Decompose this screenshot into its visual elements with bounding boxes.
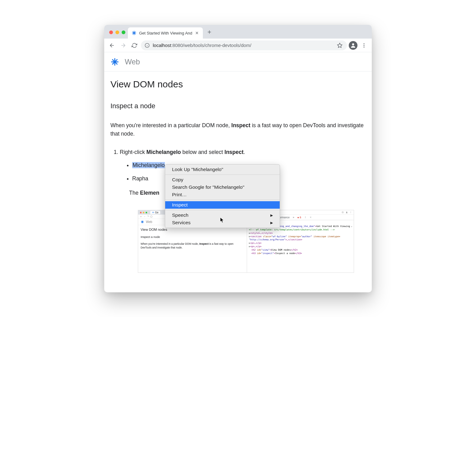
nested-close-button <box>140 212 142 213</box>
chevron-right-icon: ▶ <box>270 213 273 217</box>
cursor-icon <box>220 217 225 223</box>
context-item-copy[interactable]: Copy <box>165 176 280 183</box>
maximize-window-button[interactable] <box>122 30 125 34</box>
svg-point-9 <box>351 211 351 212</box>
svg-marker-1 <box>338 43 342 47</box>
nested-site-name: Web <box>146 220 152 224</box>
site-header: Web <box>104 52 372 72</box>
devtools-more: » <box>293 216 294 219</box>
tab-bar: Get Started With Viewing And <box>104 25 372 39</box>
url-text: localhost:8080/web/tools/chrome-devtools… <box>153 43 334 48</box>
url-host: localhost <box>153 43 171 48</box>
nested-subheading: Inspect a node <box>141 235 244 239</box>
browser-tab[interactable]: Get Started With Viewing And <box>128 27 203 39</box>
person-icon <box>350 42 356 49</box>
plus-icon <box>207 29 212 35</box>
profile-avatar[interactable] <box>349 41 357 50</box>
new-tab-button[interactable] <box>203 29 216 39</box>
reload-icon <box>132 43 137 48</box>
intro-paragraph: When you're interested in a particular D… <box>110 121 366 138</box>
close-tab-icon[interactable] <box>195 31 199 35</box>
asterisk-icon <box>152 211 154 213</box>
nested-content: View DOM nodes Inspect a node When you'r… <box>138 225 247 252</box>
nested-tab-title: Ge <box>155 211 158 214</box>
kebab-menu-icon <box>304 216 306 218</box>
context-separator <box>165 210 280 210</box>
asterisk-icon <box>132 30 137 35</box>
reload-button[interactable] <box>130 41 139 50</box>
asterisk-icon <box>141 220 144 224</box>
nested-paragraph: When you're interested in a particular D… <box>141 242 244 250</box>
context-item-inspect[interactable]: Inspect <box>165 201 280 209</box>
close-icon <box>310 216 312 218</box>
context-item-print[interactable]: Print… <box>165 191 280 198</box>
tab-title: Get Started With Viewing And <box>139 31 192 35</box>
back-button[interactable] <box>107 41 117 50</box>
devtools-error-count: ● 6 <box>297 216 301 219</box>
reload-icon <box>147 216 149 218</box>
svg-point-12 <box>305 216 306 217</box>
traffic-lights <box>108 30 128 39</box>
svg-point-13 <box>305 217 306 217</box>
svg-point-10 <box>351 212 351 212</box>
address-bar[interactable]: localhost:8080/web/tools/chrome-devtools… <box>141 40 347 50</box>
arrow-left-icon <box>109 42 115 49</box>
svg-point-6 <box>151 216 152 218</box>
svg-point-8 <box>346 211 347 212</box>
chevron-right-icon: ▶ <box>270 221 273 225</box>
info-icon <box>150 216 152 218</box>
kebab-menu-icon <box>350 211 352 213</box>
star-icon <box>342 211 344 213</box>
svg-point-14 <box>305 218 306 218</box>
person-icon <box>346 211 348 213</box>
highlighted-text: Michelangelo <box>132 162 165 168</box>
browser-menu-button[interactable] <box>359 41 369 50</box>
page-heading: View DOM nodes <box>110 79 366 90</box>
svg-point-3 <box>364 43 365 44</box>
url-port: :8080 <box>171 43 183 48</box>
close-window-button[interactable] <box>109 30 113 34</box>
context-item-lookup[interactable]: Look Up "Michelangelo" <box>165 166 280 173</box>
svg-point-2 <box>352 43 354 45</box>
arrow-right-icon <box>143 216 146 218</box>
minimize-window-button[interactable] <box>115 30 119 34</box>
arrow-left-icon <box>140 216 142 218</box>
svg-marker-7 <box>342 211 344 213</box>
kebab-menu-icon <box>361 43 367 48</box>
forward-button[interactable] <box>119 41 128 50</box>
nested-minimize-button <box>143 212 144 213</box>
context-item-search[interactable]: Search Google for "Michelangelo" <box>165 183 280 191</box>
arrow-right-icon <box>120 42 126 49</box>
page-content: View DOM nodes Inspect a node When you'r… <box>104 72 372 208</box>
nested-tab: Ge <box>150 211 160 214</box>
section-heading: Inspect a node <box>110 102 366 110</box>
context-item-label: Services <box>172 220 190 225</box>
nested-maximize-button <box>146 212 147 213</box>
info-icon <box>145 43 150 48</box>
nested-heading: View DOM nodes <box>141 228 244 231</box>
bookmark-star-icon[interactable] <box>337 43 343 48</box>
url-path: /web/tools/chrome-devtools/dom/ <box>183 43 251 48</box>
site-name: Web <box>125 58 140 66</box>
toolbar: localhost:8080/web/tools/chrome-devtools… <box>104 39 372 52</box>
svg-point-4 <box>364 45 365 46</box>
context-separator <box>165 200 280 200</box>
site-logo-icon <box>110 58 119 66</box>
svg-point-5 <box>364 46 365 47</box>
browser-window: Get Started With Viewing And localhost:8… <box>104 25 372 292</box>
svg-point-11 <box>351 213 351 213</box>
context-item-label: Speech <box>172 212 189 218</box>
context-separator <box>165 174 280 175</box>
